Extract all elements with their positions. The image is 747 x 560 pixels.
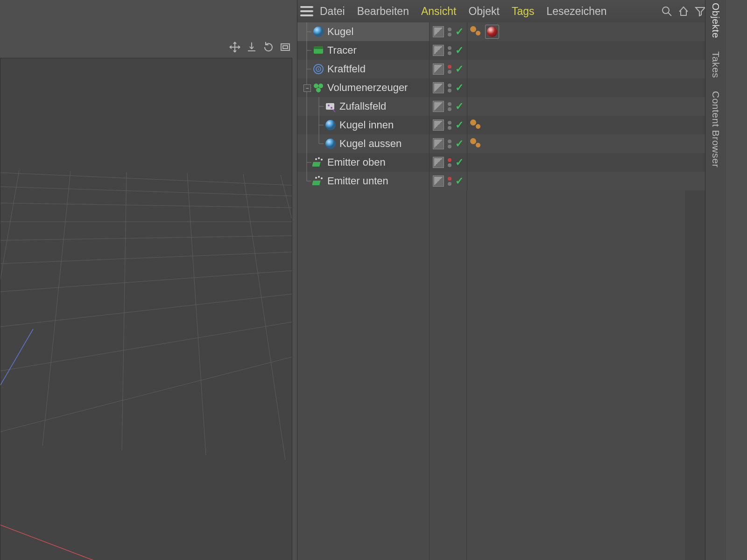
object-name[interactable]: Kugel aussen (339, 138, 402, 150)
visibility-dots[interactable] (447, 121, 452, 130)
enable-check-icon[interactable]: ✓ (455, 138, 464, 150)
tag-cell (467, 172, 705, 190)
force-icon (312, 63, 324, 75)
enable-check-icon[interactable]: ✓ (455, 156, 464, 168)
random-icon (324, 100, 337, 112)
tree-row[interactable]: Kugel✓ (297, 22, 705, 41)
emitter-icon (312, 175, 324, 187)
layer-toggle[interactable] (433, 157, 444, 168)
tree-row[interactable]: Emitter oben✓ (297, 153, 705, 172)
enable-check-icon[interactable]: ✓ (455, 82, 464, 94)
menu-object[interactable]: Objekt (468, 5, 499, 18)
enable-check-icon[interactable]: ✓ (455, 100, 464, 112)
tree-row[interactable]: Tracer✓ (297, 41, 705, 60)
object-manager-menu: Datei Bearbeiten Ansicht Objekt Tags Les… (320, 5, 607, 18)
frame-icon[interactable] (278, 40, 292, 54)
dynamics-tag-icon[interactable] (470, 138, 483, 149)
sphere-icon (324, 119, 337, 131)
enable-check-icon[interactable]: ✓ (455, 26, 464, 38)
tab-takes[interactable]: Takes (710, 51, 721, 78)
menu-edit[interactable]: Bearbeiten (357, 5, 409, 18)
visibility-dots[interactable] (447, 65, 452, 74)
visibility-dots[interactable] (447, 46, 452, 55)
tab-content-browser[interactable]: Content Browser (710, 91, 721, 168)
menu-bookmarks[interactable]: Lesezeichen (546, 5, 606, 18)
tree-row[interactable]: Kraftfeld✓ (297, 60, 705, 78)
object-name[interactable]: Emitter unten (327, 175, 388, 187)
object-name[interactable]: Kugel innen (339, 119, 394, 131)
tree-row[interactable]: Kugel innen✓ (297, 116, 705, 134)
object-name[interactable]: Kugel (327, 26, 353, 38)
svg-line-3 (0, 236, 292, 240)
visibility-cell: ✓ (430, 97, 467, 116)
push-icon[interactable] (245, 40, 259, 54)
svg-rect-0 (281, 44, 289, 50)
visibility-dots[interactable] (447, 158, 452, 167)
object-name[interactable]: Kraftfeld (327, 63, 366, 75)
tree-row[interactable]: Emitter unten✓ (297, 172, 705, 190)
menu-icon[interactable] (300, 6, 313, 16)
visibility-dots[interactable] (447, 84, 452, 92)
tree-row[interactable]: Zufallsfeld✓ (297, 97, 705, 116)
menu-view[interactable]: Ansicht (421, 5, 456, 18)
menu-file[interactable]: Datei (320, 5, 345, 18)
tag-cell (467, 41, 705, 60)
svg-line-21 (668, 13, 671, 16)
enable-check-icon[interactable]: ✓ (455, 175, 464, 187)
search-icon[interactable] (661, 5, 673, 17)
visibility-cell: ✓ (430, 22, 467, 41)
menu-tags[interactable]: Tags (512, 5, 535, 18)
svg-line-7 (0, 322, 292, 371)
visibility-dots[interactable] (447, 102, 452, 111)
tree-row[interactable]: Kugel aussen✓ (297, 134, 705, 153)
visibility-cell: ✓ (430, 78, 467, 97)
svg-line-16 (243, 174, 285, 460)
tracer-icon (312, 44, 324, 56)
tab-objects[interactable]: Objekte (710, 3, 721, 38)
layer-toggle[interactable] (433, 138, 444, 149)
visibility-cell: ✓ (430, 172, 467, 190)
enable-check-icon[interactable]: ✓ (455, 63, 464, 75)
svg-line-13 (42, 171, 70, 446)
visibility-dots[interactable] (447, 140, 452, 148)
svg-line-6 (0, 294, 292, 327)
viewport-3d[interactable] (0, 58, 292, 560)
svg-point-20 (662, 7, 669, 14)
layer-toggle[interactable] (433, 101, 444, 112)
svg-line-17 (281, 175, 292, 464)
enable-check-icon[interactable]: ✓ (455, 44, 464, 56)
expand-toggle[interactable]: − (303, 84, 311, 92)
svg-line-11 (0, 173, 292, 185)
tag-cell (467, 134, 705, 153)
layer-toggle[interactable] (433, 26, 444, 37)
dynamics-tag-icon[interactable] (470, 26, 483, 37)
object-name[interactable]: Zufallsfeld (339, 100, 386, 112)
object-name[interactable]: Tracer (327, 44, 357, 56)
visibility-cell: ✓ (430, 134, 467, 153)
home-icon[interactable] (677, 5, 690, 17)
object-name[interactable]: Emitter oben (327, 156, 386, 168)
viewport-grid (0, 58, 292, 560)
tree-row[interactable]: −Volumenerzeuger✓ (297, 78, 705, 97)
svg-line-8 (0, 357, 292, 432)
rotate-icon[interactable] (261, 40, 275, 54)
tag-cell (467, 153, 705, 172)
visibility-dots[interactable] (447, 28, 452, 36)
enable-check-icon[interactable]: ✓ (455, 119, 464, 131)
layer-toggle[interactable] (433, 119, 444, 131)
svg-line-12 (0, 170, 19, 441)
material-tag-icon[interactable] (485, 25, 499, 39)
layer-toggle[interactable] (433, 45, 444, 56)
move-icon[interactable] (228, 40, 242, 54)
svg-line-15 (187, 173, 206, 455)
tag-cell (467, 97, 705, 116)
svg-line-4 (0, 252, 292, 264)
layer-toggle[interactable] (433, 63, 444, 75)
dynamics-tag-icon[interactable] (470, 119, 483, 131)
layer-toggle[interactable] (433, 82, 444, 93)
visibility-cell: ✓ (430, 116, 467, 134)
emitter-icon (312, 156, 324, 168)
visibility-dots[interactable] (447, 177, 452, 186)
object-name[interactable]: Volumenerzeuger (327, 82, 408, 94)
layer-toggle[interactable] (433, 175, 444, 187)
